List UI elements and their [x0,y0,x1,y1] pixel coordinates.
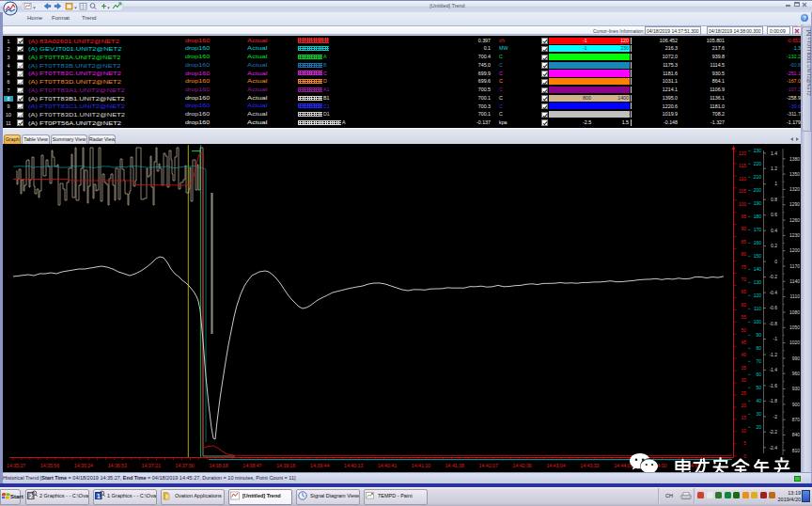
svg-text:-2.2: -2.2 [769,429,777,435]
svg-text:230: 230 [754,148,762,153]
svg-text:70: 70 [756,358,761,364]
svg-text:1170: 1170 [789,263,800,269]
svg-text:14:36:53: 14:36:53 [108,463,127,468]
svg-text:930: 930 [792,386,801,391]
svg-text:14:41:38: 14:41:38 [445,463,464,468]
svg-text:0.6: 0.6 [771,212,777,217]
svg-text:80: 80 [741,251,746,257]
svg-text:100: 100 [754,319,762,324]
svg-text:110: 110 [739,176,746,182]
svg-text:-1.2: -1.2 [769,352,777,357]
svg-text:14:43:04: 14:43:04 [546,463,565,468]
svg-text:20: 20 [756,424,761,430]
svg-text:14:36:24: 14:36:24 [74,463,93,468]
svg-text:120: 120 [739,150,747,156]
svg-text:-1.6: -1.6 [769,383,777,388]
svg-text:-0.6: -0.6 [769,305,777,310]
svg-text:14:42:07: 14:42:07 [479,463,498,468]
svg-text:-0.4: -0.4 [769,290,777,295]
svg-text:14:35:56: 14:35:56 [40,463,59,468]
svg-text:1350: 1350 [789,171,800,177]
svg-text:-1: -1 [773,336,778,341]
svg-text:14:43:33: 14:43:33 [580,463,599,468]
svg-text:170: 170 [754,227,762,232]
svg-text:50: 50 [741,327,746,333]
svg-text:140: 140 [754,266,762,272]
svg-text:1230: 1230 [789,232,800,238]
svg-text:180: 180 [754,213,762,219]
svg-text:200: 200 [754,187,762,193]
svg-text:30: 30 [741,377,746,383]
svg-text:990: 990 [792,356,801,361]
svg-text:1020: 1020 [789,340,800,345]
svg-text:80: 80 [756,345,761,351]
svg-text:70: 70 [741,277,746,282]
svg-text:95: 95 [741,213,746,219]
svg-text:120: 120 [754,293,762,298]
svg-text:1200: 1200 [789,247,800,253]
svg-text:0.4: 0.4 [771,228,777,233]
svg-text:90: 90 [756,332,761,338]
svg-text:0.2: 0.2 [771,243,777,248]
svg-text:840: 840 [792,432,801,437]
svg-text:1110: 1110 [790,293,801,299]
svg-text:220: 220 [754,161,762,166]
svg-text:190: 190 [754,200,762,206]
svg-text:1260: 1260 [789,217,800,223]
svg-text:960: 960 [792,371,801,376]
svg-text:150: 150 [754,253,762,259]
svg-text:65: 65 [741,289,746,294]
svg-text:14:42:36: 14:42:36 [513,463,532,468]
svg-text:40: 40 [741,352,746,357]
svg-text:105: 105 [739,188,747,194]
svg-text:60: 60 [756,372,761,377]
svg-text:60: 60 [741,302,746,308]
svg-text:1320: 1320 [789,186,800,192]
svg-text:-1.4: -1.4 [769,367,777,372]
svg-text:14:39:44: 14:39:44 [310,463,329,468]
svg-text:14:35:27: 14:35:27 [7,463,25,468]
svg-text:85: 85 [741,239,746,245]
svg-text:14:40:41: 14:40:41 [378,463,397,468]
svg-text:900: 900 [792,402,801,407]
svg-text:1.4: 1.4 [771,150,777,156]
svg-text:210: 210 [754,174,762,180]
svg-text:0.8: 0.8 [771,197,777,202]
svg-text:115: 115 [739,163,746,168]
svg-text:15: 15 [741,415,746,420]
svg-text:1380: 1380 [789,156,800,162]
svg-text:0: 0 [774,259,777,264]
svg-text:-2.4: -2.4 [769,445,777,451]
svg-text:40: 40 [756,398,761,403]
svg-text:-1.8: -1.8 [769,398,777,403]
svg-text:14:38:18: 14:38:18 [209,463,227,468]
svg-text:14:39:16: 14:39:16 [276,463,295,468]
svg-text:20: 20 [741,403,746,408]
svg-text:14:37:21: 14:37:21 [142,463,161,468]
svg-text:1080: 1080 [789,309,800,315]
svg-text:130: 130 [754,279,762,285]
svg-text:14:40:13: 14:40:13 [344,463,363,468]
svg-text:75: 75 [741,264,746,270]
svg-text:870: 870 [792,417,801,422]
svg-text:1140: 1140 [789,278,800,284]
svg-text:14:41:10: 14:41:10 [412,463,430,468]
svg-text:110: 110 [754,306,761,311]
svg-text:30: 30 [756,411,761,417]
svg-text:10: 10 [741,428,746,434]
svg-text:-2: -2 [773,414,778,419]
svg-text:100: 100 [739,201,747,207]
svg-text:-0.8: -0.8 [769,321,777,326]
svg-text:55: 55 [741,314,746,320]
svg-text:14:37:50: 14:37:50 [176,463,195,468]
svg-text:1.2: 1.2 [771,166,777,171]
svg-text:1290: 1290 [789,201,800,207]
svg-text:5: 5 [743,440,746,446]
svg-text:1050: 1050 [789,324,800,330]
svg-text:45: 45 [741,340,746,345]
svg-text:160: 160 [754,240,762,245]
svg-text:90: 90 [741,226,746,231]
svg-text:50: 50 [756,385,761,390]
svg-text:14:38:47: 14:38:47 [242,463,261,468]
svg-text:-0.2: -0.2 [769,274,777,279]
